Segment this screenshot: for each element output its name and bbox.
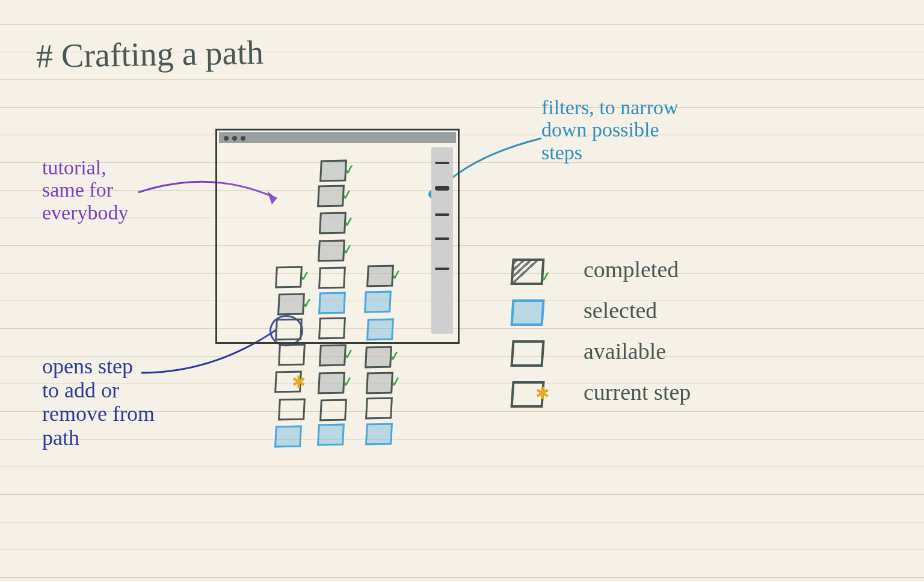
legend-available-icon <box>510 340 544 367</box>
window-dot-icon <box>224 136 229 141</box>
window-dot-icon <box>241 136 245 141</box>
legend-available-label: available <box>584 339 666 364</box>
rule-line <box>0 245 924 246</box>
check-icon: ✓ <box>343 214 356 231</box>
step-box[interactable] <box>365 423 393 446</box>
filter-sidebar[interactable] <box>431 147 453 334</box>
step-box[interactable] <box>317 424 345 446</box>
check-icon: ✓ <box>342 346 355 363</box>
rule-line <box>0 135 924 135</box>
annotation-tutorial: tutorial, same for everybody <box>42 156 129 224</box>
filter-item[interactable] <box>435 268 449 270</box>
rule-line <box>0 577 924 578</box>
check-icon: ✓ <box>301 295 313 312</box>
step-box[interactable] <box>278 344 306 366</box>
step-box[interactable] <box>274 426 302 448</box>
filter-item[interactable] <box>435 237 449 240</box>
step-box[interactable] <box>319 399 347 421</box>
rule-line <box>0 328 924 329</box>
annotation-filters: filters, to narrow down possible steps <box>541 96 679 164</box>
rule-line <box>0 550 924 550</box>
window-dot-icon <box>232 136 237 141</box>
rule-line <box>0 522 924 522</box>
legend-completed-label: completed <box>584 257 679 283</box>
filter-item[interactable] <box>435 186 449 191</box>
step-box[interactable] <box>275 319 303 341</box>
legend-selected-icon <box>510 299 544 326</box>
step-box[interactable] <box>318 317 346 340</box>
check-icon: ✓ <box>341 374 354 391</box>
step-box[interactable] <box>318 266 346 289</box>
step-box[interactable] <box>318 292 346 314</box>
check-icon: ✓ <box>343 162 356 179</box>
rule-line <box>0 107 924 108</box>
star-icon: ✱ <box>535 384 549 403</box>
rule-line <box>0 494 924 495</box>
rule-line <box>0 301 924 301</box>
rule-line <box>0 162 924 163</box>
filter-item[interactable] <box>435 213 449 216</box>
star-icon: ✱ <box>292 372 306 392</box>
step-box[interactable] <box>278 399 306 421</box>
rule-line <box>0 24 924 25</box>
legend-current-label: current step <box>584 380 691 405</box>
rule-line <box>0 79 924 80</box>
filter-item[interactable] <box>435 162 449 164</box>
check-icon: ✓ <box>341 242 354 259</box>
step-box[interactable] <box>364 291 392 313</box>
legend-selected-label: selected <box>584 298 657 323</box>
check-icon: ✓ <box>389 374 402 391</box>
rule-line <box>0 218 924 218</box>
annotation-opens: opens step to add or remove from path <box>42 355 155 450</box>
check-icon: ✓ <box>539 269 552 286</box>
page-title: # Crafting a path <box>35 34 263 75</box>
rule-line <box>0 273 924 274</box>
rule-line <box>0 467 924 467</box>
step-box[interactable] <box>366 318 394 340</box>
rule-line <box>0 190 924 191</box>
step-box[interactable] <box>365 397 393 420</box>
check-icon: ✓ <box>390 267 403 284</box>
check-icon: ✓ <box>388 348 401 365</box>
window-titlebar <box>219 132 456 143</box>
